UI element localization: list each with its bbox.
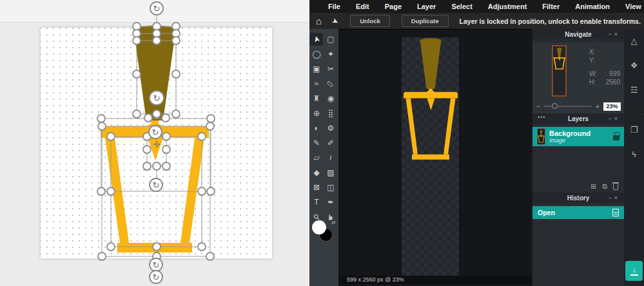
zoom-value-field[interactable]: 23% xyxy=(603,102,621,111)
layers-minimize-icon[interactable]: − xyxy=(608,115,614,122)
height-label: H: xyxy=(589,78,596,86)
lock-icon[interactable] xyxy=(613,135,620,140)
panels-column: Navigate −× X: Y: W:599 H:25 xyxy=(532,29,624,286)
layers-panel-menu-icon[interactable]: ••• xyxy=(538,114,545,120)
sphere-warp-tool[interactable]: ⊕ xyxy=(310,107,323,120)
liquify-tool[interactable]: ≈ xyxy=(310,77,323,90)
blur-tool[interactable]: ◉ xyxy=(324,92,337,105)
foreground-color-swatch[interactable] xyxy=(312,220,326,234)
paint-bucket-tool[interactable]: ◆ xyxy=(310,166,323,179)
y-label: Y: xyxy=(589,56,595,64)
flash-icon[interactable]: ϟ xyxy=(632,150,636,158)
x-label: X: xyxy=(589,48,595,56)
clone-stamp-tool-icon: ♜ xyxy=(313,94,320,103)
duplicate-button[interactable]: Duplicate xyxy=(402,15,449,27)
dodge-burn-tool-icon: ◐ xyxy=(314,124,318,133)
magic-wand-tool[interactable]: ✦ xyxy=(324,48,337,61)
swap-colors-icon[interactable]: ⇄ xyxy=(331,220,336,225)
tool-settings[interactable]: ⚙ xyxy=(324,122,337,135)
zoom-out-button[interactable]: − xyxy=(536,102,541,110)
history-panel-title: History xyxy=(567,195,589,202)
eyedropper-tool-icon: ✒ xyxy=(327,198,334,207)
menu-animation[interactable]: Animation xyxy=(567,3,618,10)
action-bar: ⌂ ➤ Unlock Duplicate Layer is locked in … xyxy=(309,13,644,29)
rotate-handle[interactable]: ↻ xyxy=(150,91,164,105)
svg-text:↻: ↻ xyxy=(153,260,160,270)
svg-text:↻: ↻ xyxy=(152,128,159,137)
navigate-panel-header: Navigate −× xyxy=(532,29,624,39)
dodge-burn-tool[interactable]: ◐ xyxy=(310,122,323,135)
frame-tool[interactable]: ⊠ xyxy=(310,181,323,194)
rotate-handle[interactable]: ↻ xyxy=(150,2,163,15)
menu-file[interactable]: File xyxy=(320,3,348,10)
slice-tool[interactable]: ✂ xyxy=(324,62,337,75)
layers-list-empty-area xyxy=(532,146,624,180)
clone-stamp-tool[interactable]: ♜ xyxy=(310,92,323,105)
navigate-panel-title: Navigate xyxy=(565,31,592,38)
history-minimize-icon[interactable]: − xyxy=(608,195,614,201)
rotate-handle[interactable]: ↻ xyxy=(149,126,162,138)
lasso-tool-icon: ◯ xyxy=(312,50,320,59)
gear-icon: ⚙ xyxy=(327,124,335,133)
navigate-close-icon[interactable]: × xyxy=(614,31,620,37)
history-entry-open[interactable]: Open xyxy=(532,206,624,219)
marquee-select-tool[interactable]: ▢ xyxy=(324,33,337,46)
layers-close-icon[interactable]: × xyxy=(614,115,620,122)
menu-edit[interactable]: Edit xyxy=(348,3,377,10)
adjust-rail-icon[interactable]: ☲ xyxy=(630,86,638,94)
smudge-tool-icon: ≀ xyxy=(329,153,333,162)
photo-editor-pane: File Edit Page Layer Select Adjustment F… xyxy=(309,0,644,286)
delete-layer-button[interactable] xyxy=(613,184,618,190)
move-tool-icon: ➤ xyxy=(311,35,322,43)
smudge-tool[interactable]: ≀ xyxy=(324,151,337,164)
eraser-tool[interactable]: ▱ xyxy=(310,151,323,164)
home-icon[interactable]: ⌂ xyxy=(316,15,322,26)
history-close-icon[interactable]: × xyxy=(614,195,620,201)
magic-wand-tool-icon: ✦ xyxy=(327,50,334,59)
menu-select[interactable]: Select xyxy=(444,3,480,10)
document-canvas[interactable]: 599 x 2560 px @ 23% xyxy=(338,29,532,286)
navigate-minimize-icon[interactable]: − xyxy=(608,31,614,37)
unlock-button[interactable]: Unlock xyxy=(350,15,390,27)
navigate-coordinates: X: Y: W:599 H:2560 xyxy=(589,48,620,86)
svg-text:↻: ↻ xyxy=(153,180,160,190)
download-button[interactable]: ↓ xyxy=(625,261,643,281)
gradient-tool[interactable]: ▨ xyxy=(324,166,337,179)
menu-filter[interactable]: Filter xyxy=(534,3,567,10)
rotate-handle[interactable]: ↻ xyxy=(150,258,162,271)
healing-brush-tool[interactable]: ▭ xyxy=(324,77,337,90)
duplicate-layer-button[interactable]: ⧉ xyxy=(602,183,607,190)
screen: ↻ ↻ ↻ ✛ ↻ ↻ ↻ xyxy=(0,0,644,286)
noise-tool-icon: ⣿ xyxy=(328,109,334,118)
paint-bucket-tool-icon: ◆ xyxy=(313,168,319,177)
lasso-tool[interactable]: ◯ xyxy=(310,48,323,61)
menu-view[interactable]: View xyxy=(618,3,644,10)
pen-tool[interactable]: ✎ xyxy=(310,137,323,149)
eyedropper-tool[interactable]: ✒ xyxy=(324,196,337,209)
menu-layer[interactable]: Layer xyxy=(409,3,444,10)
crop-tool[interactable]: ▣ xyxy=(310,62,323,75)
rotate-handle[interactable]: ↻ xyxy=(150,178,162,191)
layers-panel-buttons: ⊞ ⧉ xyxy=(532,180,624,193)
zoom-slider[interactable] xyxy=(544,106,592,107)
svg-text:↻: ↻ xyxy=(153,272,160,282)
document-status-bar: 599 x 2560 px @ 23% xyxy=(338,276,532,284)
zoom-slider-knob[interactable] xyxy=(552,103,558,109)
navigate-rail-icon[interactable]: △ xyxy=(631,37,638,45)
move-tool[interactable]: ➤ xyxy=(310,33,323,46)
layer-type: Image xyxy=(549,137,590,144)
menu-adjustment[interactable]: Adjustment xyxy=(480,3,535,10)
layers-rail-icon[interactable]: ❖ xyxy=(630,61,638,70)
resize-panels-icon[interactable]: ❐ xyxy=(630,126,638,134)
move-handle[interactable]: ✛ xyxy=(153,139,161,149)
brush-tool[interactable]: ✐ xyxy=(324,137,337,149)
menu-page[interactable]: Page xyxy=(377,3,409,10)
zoom-in-button[interactable]: + xyxy=(595,102,600,110)
shape-3d-tool[interactable]: ◫ xyxy=(324,181,337,194)
navigate-thumbnail[interactable] xyxy=(552,45,567,97)
noise-tool[interactable]: ⣿ xyxy=(324,107,337,120)
layer-row-background[interactable]: Background Image xyxy=(532,127,624,146)
text-tool[interactable]: T xyxy=(310,196,323,209)
add-layer-button[interactable]: ⊞ xyxy=(590,183,596,190)
rotate-handle[interactable]: ↻ xyxy=(150,271,162,283)
